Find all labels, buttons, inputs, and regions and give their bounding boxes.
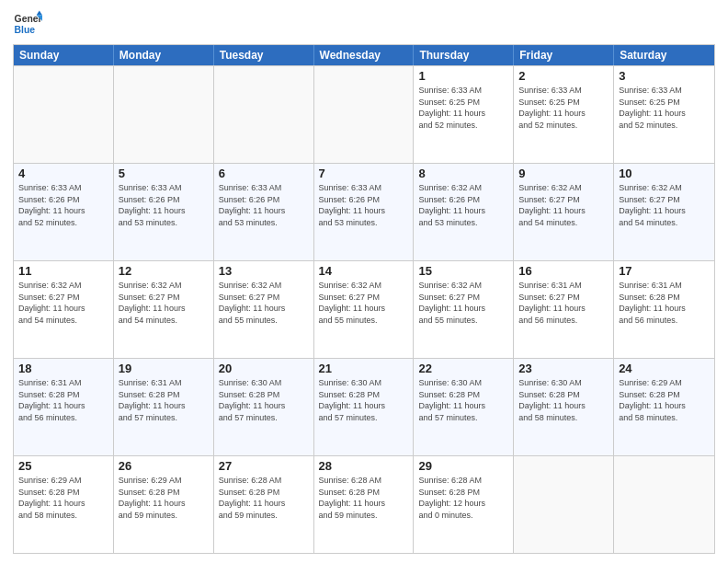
calendar-cell: 28Sunrise: 6:28 AM Sunset: 6:28 PM Dayli… [314,456,415,553]
day-number: 9 [518,167,609,180]
day-number: 3 [619,69,710,83]
calendar-cell: 18Sunrise: 6:31 AM Sunset: 6:28 PM Dayli… [14,359,114,455]
calendar-cell: 3Sunrise: 6:33 AM Sunset: 6:25 PM Daylig… [614,66,714,163]
day-info: Sunrise: 6:31 AM Sunset: 6:28 PM Dayligh… [119,377,209,423]
day-number: 23 [518,362,609,375]
day-info: Sunrise: 6:32 AM Sunset: 6:27 PM Dayligh… [18,280,108,326]
calendar: SundayMondayTuesdayWednesdayThursdayFrid… [13,44,715,554]
calendar-row: 18Sunrise: 6:31 AM Sunset: 6:28 PM Dayli… [14,358,714,455]
day-number: 14 [319,264,409,278]
calendar-cell: 25Sunrise: 6:29 AM Sunset: 6:28 PM Dayli… [14,456,114,553]
calendar-cell [514,456,614,553]
calendar-cell: 12Sunrise: 6:32 AM Sunset: 6:27 PM Dayli… [114,261,214,358]
calendar-cell: 17Sunrise: 6:31 AM Sunset: 6:28 PM Dayli… [614,261,714,358]
day-info: Sunrise: 6:30 AM Sunset: 6:28 PM Dayligh… [418,377,508,423]
calendar-cell: 4Sunrise: 6:33 AM Sunset: 6:26 PM Daylig… [14,164,114,260]
calendar-cell [214,66,314,163]
calendar-cell: 15Sunrise: 6:32 AM Sunset: 6:27 PM Dayli… [414,261,514,358]
calendar-cell: 23Sunrise: 6:30 AM Sunset: 6:28 PM Dayli… [514,359,614,455]
logo: General Blue [13,9,42,39]
day-number: 2 [518,69,609,83]
calendar-cell: 9Sunrise: 6:32 AM Sunset: 6:27 PM Daylig… [514,164,614,260]
day-info: Sunrise: 6:32 AM Sunset: 6:27 PM Dayligh… [119,280,209,326]
header-cell-wednesday: Wednesday [314,45,415,65]
day-number: 16 [518,264,609,278]
calendar-cell: 5Sunrise: 6:33 AM Sunset: 6:26 PM Daylig… [114,164,214,260]
calendar-cell [114,66,214,163]
calendar-cell: 10Sunrise: 6:32 AM Sunset: 6:27 PM Dayli… [614,164,714,260]
calendar-row: 4Sunrise: 6:33 AM Sunset: 6:26 PM Daylig… [14,163,714,260]
day-number: 1 [418,69,508,83]
day-info: Sunrise: 6:30 AM Sunset: 6:28 PM Dayligh… [518,377,609,423]
day-info: Sunrise: 6:33 AM Sunset: 6:26 PM Dayligh… [18,182,108,228]
day-info: Sunrise: 6:32 AM Sunset: 6:26 PM Dayligh… [418,182,508,228]
day-number: 7 [319,167,409,180]
calendar-cell: 27Sunrise: 6:28 AM Sunset: 6:28 PM Dayli… [214,456,314,553]
calendar-cell [314,66,415,163]
day-number: 29 [418,459,508,473]
day-info: Sunrise: 6:28 AM Sunset: 6:28 PM Dayligh… [319,475,409,521]
calendar-row: 1Sunrise: 6:33 AM Sunset: 6:25 PM Daylig… [14,65,714,163]
header-cell-sunday: Sunday [14,45,114,65]
day-number: 26 [119,459,209,473]
calendar-cell [614,456,714,553]
header-cell-thursday: Thursday [414,45,514,65]
calendar-row: 11Sunrise: 6:32 AM Sunset: 6:27 PM Dayli… [14,260,714,358]
day-info: Sunrise: 6:28 AM Sunset: 6:28 PM Dayligh… [418,475,508,521]
header-cell-monday: Monday [114,45,214,65]
day-number: 13 [219,264,309,278]
header-cell-friday: Friday [514,45,614,65]
calendar-cell: 20Sunrise: 6:30 AM Sunset: 6:28 PM Dayli… [214,359,314,455]
calendar-cell: 19Sunrise: 6:31 AM Sunset: 6:28 PM Dayli… [114,359,214,455]
calendar-cell: 11Sunrise: 6:32 AM Sunset: 6:27 PM Dayli… [14,261,114,358]
day-number: 21 [319,362,409,375]
day-number: 12 [119,264,209,278]
day-number: 10 [619,167,710,180]
day-number: 11 [18,264,108,278]
calendar-cell: 14Sunrise: 6:32 AM Sunset: 6:27 PM Dayli… [314,261,415,358]
day-number: 17 [619,264,710,278]
page-header: General Blue [13,9,715,39]
day-info: Sunrise: 6:33 AM Sunset: 6:25 PM Dayligh… [418,85,508,131]
day-number: 28 [319,459,409,473]
day-number: 27 [219,459,309,473]
day-number: 19 [119,362,209,375]
day-info: Sunrise: 6:29 AM Sunset: 6:28 PM Dayligh… [619,377,710,423]
day-info: Sunrise: 6:28 AM Sunset: 6:28 PM Dayligh… [219,475,309,521]
logo-icon: General Blue [13,9,42,39]
header-cell-saturday: Saturday [614,45,714,65]
day-number: 20 [219,362,309,375]
day-info: Sunrise: 6:29 AM Sunset: 6:28 PM Dayligh… [119,475,209,521]
day-info: Sunrise: 6:32 AM Sunset: 6:27 PM Dayligh… [518,182,609,228]
calendar-cell: 26Sunrise: 6:29 AM Sunset: 6:28 PM Dayli… [114,456,214,553]
svg-text:Blue: Blue [15,25,36,35]
day-info: Sunrise: 6:33 AM Sunset: 6:25 PM Dayligh… [619,85,710,131]
calendar-cell: 6Sunrise: 6:33 AM Sunset: 6:26 PM Daylig… [214,164,314,260]
day-info: Sunrise: 6:33 AM Sunset: 6:26 PM Dayligh… [119,182,209,228]
day-info: Sunrise: 6:33 AM Sunset: 6:26 PM Dayligh… [319,182,409,228]
calendar-cell: 13Sunrise: 6:32 AM Sunset: 6:27 PM Dayli… [214,261,314,358]
calendar-cell: 8Sunrise: 6:32 AM Sunset: 6:26 PM Daylig… [414,164,514,260]
calendar-cell [14,66,114,163]
calendar-cell: 22Sunrise: 6:30 AM Sunset: 6:28 PM Dayli… [414,359,514,455]
calendar-cell: 21Sunrise: 6:30 AM Sunset: 6:28 PM Dayli… [314,359,415,455]
day-number: 24 [619,362,710,375]
calendar-cell: 24Sunrise: 6:29 AM Sunset: 6:28 PM Dayli… [614,359,714,455]
day-number: 4 [18,167,108,180]
calendar-body: 1Sunrise: 6:33 AM Sunset: 6:25 PM Daylig… [14,65,714,553]
day-number: 5 [119,167,209,180]
day-number: 8 [418,167,508,180]
calendar-row: 25Sunrise: 6:29 AM Sunset: 6:28 PM Dayli… [14,455,714,553]
calendar-cell: 2Sunrise: 6:33 AM Sunset: 6:25 PM Daylig… [514,66,614,163]
day-info: Sunrise: 6:33 AM Sunset: 6:25 PM Dayligh… [518,85,609,131]
day-info: Sunrise: 6:33 AM Sunset: 6:26 PM Dayligh… [219,182,309,228]
day-info: Sunrise: 6:32 AM Sunset: 6:27 PM Dayligh… [319,280,409,326]
day-number: 18 [18,362,108,375]
day-info: Sunrise: 6:31 AM Sunset: 6:28 PM Dayligh… [18,377,108,423]
day-number: 22 [418,362,508,375]
day-info: Sunrise: 6:30 AM Sunset: 6:28 PM Dayligh… [319,377,409,423]
calendar-cell: 16Sunrise: 6:31 AM Sunset: 6:27 PM Dayli… [514,261,614,358]
day-info: Sunrise: 6:32 AM Sunset: 6:27 PM Dayligh… [219,280,309,326]
day-info: Sunrise: 6:32 AM Sunset: 6:27 PM Dayligh… [619,182,710,228]
day-number: 15 [418,264,508,278]
